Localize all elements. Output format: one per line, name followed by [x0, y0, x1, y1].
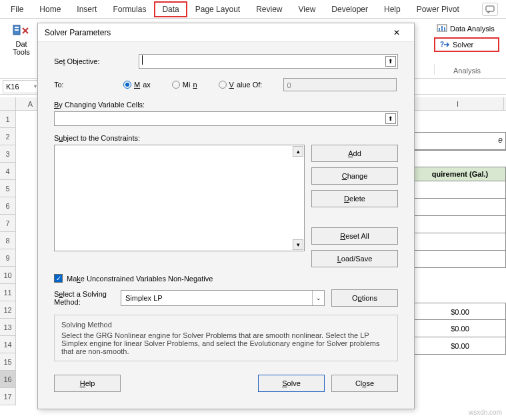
- requirement-cell-5[interactable]: [414, 251, 506, 268]
- svg-rect-6: [441, 26, 443, 31]
- requirement-cell-1[interactable]: [414, 181, 506, 199]
- solving-method-header: Solving Method: [61, 321, 391, 329]
- tab-home[interactable]: Home: [31, 1, 69, 17]
- comments-button[interactable]: [482, 3, 498, 16]
- row-header[interactable]: 6: [0, 197, 16, 215]
- tab-data[interactable]: Data: [154, 1, 187, 17]
- to-label: To:: [54, 81, 81, 89]
- radio-max[interactable]: Max: [123, 81, 151, 89]
- svg-text:?: ?: [440, 41, 444, 48]
- scroll-up-icon[interactable]: ▴: [293, 146, 303, 157]
- row-header[interactable]: 12: [0, 301, 16, 319]
- dialog-titlebar[interactable]: Solver Parameters ✕: [38, 23, 414, 42]
- sheet-fragment: e quirement (Gal.) $0.00 $0.00 $0.00: [414, 132, 506, 355]
- reset-all-button[interactable]: Reset All: [311, 227, 398, 245]
- col-header-i[interactable]: I: [412, 97, 504, 110]
- svg-rect-2: [15, 27, 19, 28]
- row-header[interactable]: 14: [0, 336, 16, 353]
- analysis-group: Data Analysis ? Solver Analysis: [434, 21, 499, 75]
- row-header[interactable]: 10: [0, 267, 16, 284]
- row-header[interactable]: 9: [0, 249, 16, 267]
- row-header[interactable]: 2: [0, 128, 16, 145]
- total-cell-3[interactable]: $0.00: [414, 337, 506, 355]
- requirement-cell-2[interactable]: [414, 199, 506, 216]
- radio-off-icon: [219, 81, 227, 89]
- close-icon: ✕: [393, 28, 400, 37]
- row-header[interactable]: 4: [0, 163, 16, 180]
- solver-label: Solver: [453, 41, 473, 49]
- select-all-corner[interactable]: [0, 97, 16, 110]
- requirement-cell-4[interactable]: [414, 233, 506, 251]
- value-of-input[interactable]: 0: [283, 78, 397, 91]
- delete-button[interactable]: Delete: [311, 190, 398, 207]
- tab-file[interactable]: File: [3, 1, 31, 17]
- selected-method: Simplex LP: [125, 294, 163, 302]
- total-cell-2[interactable]: $0.00: [414, 320, 506, 337]
- by-changing-label: By Changing Variable Cells:: [54, 101, 398, 109]
- constraints-listbox[interactable]: ▴ ▾: [54, 145, 305, 251]
- help-button[interactable]: Help: [54, 375, 121, 392]
- tab-view[interactable]: View: [291, 1, 324, 17]
- solver-button[interactable]: ? Solver: [434, 37, 499, 52]
- data-tools-group[interactable]: Dat Tools: [8, 24, 35, 56]
- radio-min[interactable]: Min: [172, 81, 197, 89]
- tab-review[interactable]: Review: [248, 1, 290, 17]
- row-header[interactable]: 1: [0, 111, 16, 128]
- variable-cells-input[interactable]: ⬆: [54, 111, 398, 126]
- data-tools-icon: [12, 24, 31, 39]
- row-header[interactable]: 7: [0, 215, 16, 232]
- range-picker-icon[interactable]: ⬆: [385, 113, 396, 124]
- svg-rect-5: [439, 28, 440, 31]
- comment-icon: [485, 5, 495, 13]
- row-header[interactable]: 3: [0, 145, 16, 163]
- objective-input[interactable]: ⬆: [139, 54, 399, 69]
- radio-value-of[interactable]: Value Of:: [219, 81, 263, 89]
- data-analysis-icon: [437, 24, 447, 33]
- name-box-dropdown-icon[interactable]: ▾: [34, 83, 37, 89]
- dialog-title: Solver Parameters: [45, 28, 111, 37]
- add-button[interactable]: Add: [311, 145, 398, 162]
- chevron-down-icon[interactable]: ⌄: [312, 291, 324, 305]
- tab-formulas[interactable]: Formulas: [105, 1, 154, 17]
- close-dialog-button[interactable]: Close: [331, 375, 398, 392]
- solver-dialog: Solver Parameters ✕ Set Objective: ⬆ To:…: [37, 23, 415, 409]
- requirement-header: quirement (Gal.): [414, 167, 506, 181]
- row-header[interactable]: 5: [0, 180, 16, 197]
- total-cell-1[interactable]: $0.00: [414, 303, 506, 320]
- tab-power-pivot[interactable]: Power Pivot: [409, 1, 467, 17]
- tab-help[interactable]: Help: [376, 1, 409, 17]
- unconstrained-label: Make Unconstrained Variables Non-Negativ…: [67, 275, 213, 283]
- solving-method-select[interactable]: Simplex LP ⌄: [121, 290, 325, 306]
- row-header[interactable]: 11: [0, 284, 16, 301]
- data-tools-label2: Tools: [8, 48, 35, 56]
- row-header[interactable]: 8: [0, 232, 16, 249]
- tab-page-layout[interactable]: Page Layout: [187, 1, 248, 17]
- row-header[interactable]: 13: [0, 319, 16, 336]
- title-fragment: e: [414, 132, 506, 151]
- text-cursor: [142, 55, 143, 65]
- analysis-group-label: Analysis: [434, 64, 499, 75]
- requirement-cell-3[interactable]: [414, 216, 506, 233]
- unconstrained-checkbox[interactable]: ✓: [54, 274, 63, 283]
- range-picker-icon[interactable]: ⬆: [385, 56, 396, 67]
- ribbon-tabs: File Home Insert Formulas Data Page Layo…: [0, 0, 506, 19]
- data-analysis-button[interactable]: Data Analysis: [434, 21, 499, 36]
- data-tools-label1: Dat: [8, 40, 35, 48]
- load-save-button[interactable]: Load/Save: [311, 250, 398, 267]
- subject-to-label: Subject to the Constraints:: [54, 134, 398, 142]
- watermark: wsxdn.com: [469, 409, 502, 416]
- options-button[interactable]: Options: [331, 289, 398, 307]
- row-header[interactable]: 16: [0, 371, 16, 388]
- scroll-down-icon[interactable]: ▾: [293, 239, 303, 250]
- data-analysis-label: Data Analysis: [450, 25, 495, 33]
- close-button[interactable]: ✕: [386, 23, 407, 42]
- row-header[interactable]: 15: [0, 353, 16, 371]
- change-button[interactable]: Change: [311, 167, 398, 185]
- name-box-value: K16: [6, 83, 19, 91]
- solve-button[interactable]: Solve: [258, 375, 325, 392]
- svg-rect-7: [444, 27, 445, 31]
- name-box[interactable]: K16 ▾: [3, 80, 40, 93]
- tab-insert[interactable]: Insert: [69, 1, 105, 17]
- tab-developer[interactable]: Developer: [323, 1, 376, 17]
- row-header[interactable]: 17: [0, 388, 16, 405]
